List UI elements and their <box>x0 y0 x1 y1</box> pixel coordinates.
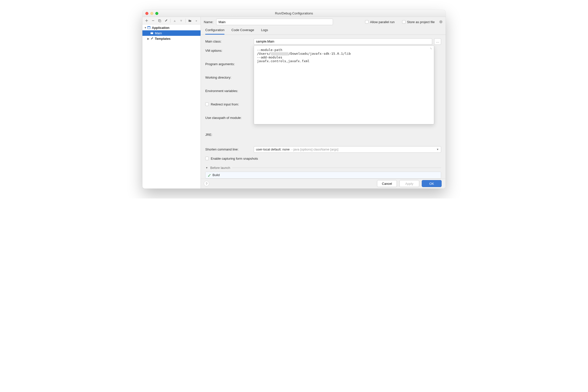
name-input[interactable] <box>216 19 333 25</box>
overflow-button[interactable]: » <box>194 18 199 24</box>
vm-options-line: javafx.controls,javafx.fxml <box>257 59 431 63</box>
vm-options-line: /Users//Downloads/javafx-sdk-15.0.1/lib <box>257 52 431 56</box>
use-classpath-label: Use classpath of module: <box>205 116 254 125</box>
traffic-lights <box>145 12 158 15</box>
main-class-input[interactable] <box>254 38 432 45</box>
cancel-button[interactable]: Cancel <box>377 180 397 187</box>
hammer-icon <box>208 173 211 177</box>
tab-configuration[interactable]: Configuration <box>205 28 224 34</box>
redirect-input-checkbox[interactable]: Redirect input from: <box>205 102 254 112</box>
sidebar-toolbar: ▲ ▼ » <box>142 17 201 24</box>
copy-button[interactable] <box>157 18 162 24</box>
remove-button[interactable] <box>150 18 156 24</box>
tree-node-templates[interactable]: ▶ Templates <box>142 36 201 41</box>
gear-icon[interactable] <box>439 20 443 24</box>
name-row: Name: Allow parallel run Store as projec… <box>201 17 446 26</box>
close-icon[interactable] <box>145 12 148 15</box>
shorten-command-select[interactable]: user-local default: none - java [options… <box>254 146 441 153</box>
move-down-button[interactable]: ▼ <box>178 18 184 24</box>
config-tree: ▼ Application Main ▶ Templates <box>142 24 201 188</box>
enable-snapshots-checkbox[interactable]: Enable capturing form snapshots <box>205 157 258 160</box>
env-vars-label: Environment variables: <box>205 89 254 98</box>
tree-node-label: Templates <box>155 37 171 40</box>
tab-logs[interactable]: Logs <box>261 28 268 34</box>
help-button[interactable]: ? <box>204 181 209 186</box>
before-launch-list: Build <box>205 172 441 178</box>
details-panel: Name: Allow parallel run Store as projec… <box>201 17 446 188</box>
before-launch-section: ▼ Before launch Build <box>205 166 441 178</box>
titlebar: Run/Debug Configurations <box>142 10 446 17</box>
window-title: Run/Debug Configurations <box>142 12 446 15</box>
ok-button[interactable]: OK <box>422 180 442 187</box>
shorten-value: user-local default: none <box>256 148 290 151</box>
wrench-icon <box>150 36 154 40</box>
vm-options-line: --add-modules <box>257 56 431 59</box>
minimize-icon[interactable] <box>150 12 153 15</box>
collapse-icon[interactable]: ⤡ <box>430 47 432 50</box>
checkbox-icon <box>365 20 368 24</box>
before-launch-label: Before launch <box>210 166 230 170</box>
shorten-command-label: Shorten command line: <box>205 148 254 151</box>
svg-rect-3 <box>147 26 150 27</box>
tree-node-main[interactable]: Main <box>142 30 201 36</box>
apply-button[interactable]: Apply <box>399 180 419 187</box>
chevron-down-icon: ▼ <box>436 148 439 151</box>
configuration-form: Main class: ... VM options: Program argu… <box>201 35 446 178</box>
enable-snapshots-label: Enable capturing form snapshots <box>211 157 258 160</box>
tree-node-label: Main <box>155 31 162 35</box>
store-as-project-label: Store as project file <box>407 20 435 24</box>
tree-node-application[interactable]: ▼ Application <box>142 25 201 30</box>
dialog-window: Run/Debug Configurations ▲ ▼ » ▼ Ap <box>142 10 446 188</box>
allow-parallel-checkbox[interactable]: Allow parallel run <box>365 20 395 24</box>
maximize-icon[interactable] <box>155 12 158 15</box>
sidebar: ▲ ▼ » ▼ Application Main ▶ <box>142 17 201 188</box>
before-launch-item[interactable]: Build <box>206 172 441 178</box>
chevron-right-icon: ▶ <box>147 37 150 40</box>
tab-code-coverage[interactable]: Code Coverage <box>231 28 254 34</box>
jre-label: JRE: <box>205 133 254 142</box>
application-icon <box>147 26 151 30</box>
vm-options-line: --module-path <box>257 48 431 52</box>
toolbar-separator <box>170 19 171 23</box>
main-class-label: Main class: <box>205 40 254 43</box>
redirect-input-label: Redirect input from: <box>211 102 239 106</box>
toolbar-separator <box>185 19 186 23</box>
vm-options-editor[interactable]: ⤡ --module-path /Users//Downloads/javafx… <box>254 45 434 124</box>
move-up-button[interactable]: ▲ <box>172 18 177 24</box>
working-directory-label: Working directory: <box>205 76 254 85</box>
add-button[interactable] <box>144 18 149 24</box>
folder-button[interactable] <box>187 18 193 24</box>
chevron-down-icon[interactable]: ▼ <box>205 166 208 169</box>
checkbox-icon <box>205 102 209 106</box>
name-label: Name: <box>204 20 213 24</box>
tree-node-label: Application <box>152 26 170 30</box>
program-arguments-label: Program arguments: <box>205 62 254 72</box>
dialog-footer: ? Cancel Apply OK <box>201 178 446 188</box>
chevron-down-icon: ▼ <box>144 26 147 29</box>
separator-line <box>232 168 441 168</box>
svg-rect-1 <box>159 20 161 22</box>
checkbox-icon <box>205 157 209 160</box>
redacted-username <box>271 52 289 56</box>
allow-parallel-label: Allow parallel run <box>370 20 395 24</box>
browse-main-class-button[interactable]: ... <box>434 38 441 45</box>
svg-rect-5 <box>150 32 153 32</box>
before-launch-item-label: Build <box>213 173 220 177</box>
vm-options-label: VM options: <box>205 49 254 58</box>
tabs: Configuration Code Coverage Logs <box>201 26 446 35</box>
application-icon <box>150 31 154 35</box>
store-as-project-checkbox[interactable]: Store as project file <box>402 20 435 24</box>
checkbox-icon <box>402 20 406 24</box>
shorten-hint: - java [options] className [args] <box>292 148 338 151</box>
edit-templates-button[interactable] <box>163 18 169 24</box>
